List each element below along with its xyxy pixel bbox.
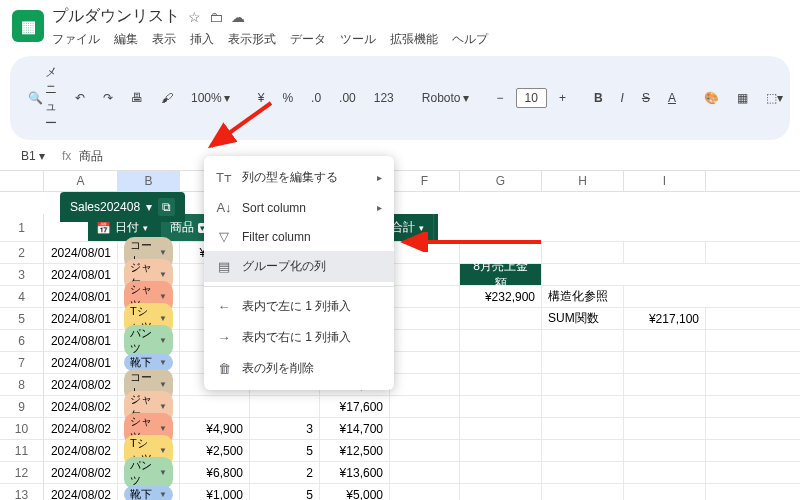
cell-amount[interactable]: ¥4,900 <box>180 418 250 439</box>
table-row: 3 2024/08/01 ジャケ...▼ ¥8,800 8月売上金額 <box>0 264 800 286</box>
menu-insert[interactable]: 挿入 <box>190 31 214 48</box>
table-chip[interactable]: Sales202408 ▾ ⧉ <box>60 192 185 222</box>
menu-tools[interactable]: ツール <box>340 31 376 48</box>
cell-date[interactable]: 2024/08/02 <box>44 396 118 417</box>
merge-button[interactable]: ⬚▾ <box>760 87 789 109</box>
folder-icon[interactable]: 🗀 <box>209 9 223 25</box>
cell-qty[interactable]: 5 <box>250 440 320 461</box>
cell-total[interactable]: ¥13,600 <box>320 462 390 483</box>
cell-date[interactable]: 2024/08/01 <box>44 264 118 285</box>
font-select[interactable]: Roboto ▾ <box>416 87 475 109</box>
row-head[interactable]: 9 <box>0 396 44 417</box>
cell-product[interactable]: 靴下▼ <box>118 484 180 500</box>
cell-qty[interactable]: 3 <box>250 418 320 439</box>
cell-date[interactable]: 2024/08/01 <box>44 352 118 373</box>
cell-qty[interactable]: 2 <box>250 462 320 483</box>
menu-data[interactable]: データ <box>290 31 326 48</box>
cell-date[interactable]: 2024/08/02 <box>44 484 118 500</box>
col-G[interactable]: G <box>460 171 542 191</box>
more-formats-button[interactable]: 123 <box>368 87 400 109</box>
italic-button[interactable]: I <box>615 87 630 109</box>
menu-group-column[interactable]: ▤グループ化の列 <box>204 251 394 282</box>
bold-button[interactable]: B <box>588 87 609 109</box>
menu-insert-right[interactable]: →表内で右に 1 列挿入 <box>204 322 394 353</box>
row-head[interactable]: 11 <box>0 440 44 461</box>
cell-amount[interactable]: ¥2,500 <box>180 440 250 461</box>
cell-date[interactable]: 2024/08/01 <box>44 308 118 329</box>
cell-qty[interactable]: 5 <box>250 484 320 500</box>
row-head[interactable]: 10 <box>0 418 44 439</box>
col-H[interactable]: H <box>542 171 624 191</box>
search-menu-button[interactable]: 🔍 メニュー <box>22 60 63 136</box>
cell-amount[interactable]: ¥1,000 <box>180 484 250 500</box>
cell-total[interactable]: ¥5,000 <box>320 484 390 500</box>
row-head[interactable]: 4 <box>0 286 44 307</box>
doc-title[interactable]: プルダウンリスト <box>52 6 180 27</box>
star-icon[interactable]: ☆ <box>188 9 201 25</box>
row-head[interactable]: 12 <box>0 462 44 483</box>
row-head[interactable]: 7 <box>0 352 44 373</box>
table-row: 9 2024/08/02 ジャケ...▼ ¥17,600 <box>0 396 800 418</box>
cell-date[interactable]: 2024/08/02 <box>44 462 118 483</box>
col-F[interactable]: F <box>390 171 460 191</box>
borders-button[interactable]: ▦ <box>731 87 754 109</box>
name-box[interactable]: B1 ▾ <box>12 146 54 166</box>
cell-total[interactable]: ¥12,500 <box>320 440 390 461</box>
redo-button[interactable]: ↷ <box>97 87 119 109</box>
table-row: 12 2024/08/02 パンツ▼ ¥6,800 2 ¥13,600 <box>0 462 800 484</box>
fill-color-button[interactable]: 🎨 <box>698 87 725 109</box>
side-value[interactable]: ¥217,100 <box>624 308 706 329</box>
menu-extensions[interactable]: 拡張機能 <box>390 31 438 48</box>
col-B[interactable]: B <box>118 171 180 191</box>
undo-button[interactable]: ↶ <box>69 87 91 109</box>
row-head-1[interactable]: 1 <box>0 214 44 241</box>
cell-date[interactable]: 2024/08/02 <box>44 418 118 439</box>
cell-date[interactable]: 2024/08/02 <box>44 440 118 461</box>
decrease-decimal-button[interactable]: .0 <box>305 87 327 109</box>
paint-format-button[interactable]: 🖌 <box>155 87 179 109</box>
cell-qty[interactable] <box>250 396 320 417</box>
menu-edit[interactable]: 編集 <box>114 31 138 48</box>
filter-icon: ▽ <box>216 229 232 244</box>
cell-date[interactable]: 2024/08/01 <box>44 330 118 351</box>
menu-file[interactable]: ファイル <box>52 31 100 48</box>
menu-help[interactable]: ヘルプ <box>452 31 488 48</box>
side-value[interactable]: ¥232,900 <box>460 286 542 307</box>
cell-amount[interactable]: ¥6,800 <box>180 462 250 483</box>
menu-sort-column[interactable]: A↓Sort column▸ <box>204 193 394 222</box>
cell-date[interactable]: 2024/08/01 <box>44 286 118 307</box>
font-size-input[interactable]: 10 <box>516 88 547 108</box>
cell-date[interactable]: 2024/08/02 <box>44 374 118 395</box>
formula-bar[interactable]: 商品 <box>79 148 103 165</box>
row-head[interactable]: 3 <box>0 264 44 285</box>
menu-filter-column[interactable]: ▽Filter column <box>204 222 394 251</box>
font-increase-button[interactable]: + <box>553 87 572 109</box>
menu-delete-column[interactable]: 🗑表の列を削除 <box>204 353 394 384</box>
text-color-button[interactable]: A <box>662 87 682 109</box>
cell-product[interactable]: パンツ▼ <box>118 330 180 351</box>
cell-date[interactable]: 2024/08/01 <box>44 242 118 263</box>
menu-edit-column-type[interactable]: Tᴛ列の型を編集する▸ <box>204 162 394 193</box>
menu-insert-left[interactable]: ←表内で左に 1 列挿入 <box>204 291 394 322</box>
row-head[interactable]: 2 <box>0 242 44 263</box>
cell-total[interactable]: ¥14,700 <box>320 418 390 439</box>
col-A[interactable]: A <box>44 171 118 191</box>
table-copy-icon[interactable]: ⧉ <box>158 198 175 216</box>
row-head[interactable]: 8 <box>0 374 44 395</box>
row-head[interactable]: 13 <box>0 484 44 500</box>
row-head[interactable]: 6 <box>0 330 44 351</box>
cell-total[interactable]: ¥17,600 <box>320 396 390 417</box>
select-all-corner[interactable] <box>0 171 44 191</box>
product-chip[interactable]: 靴下▼ <box>124 486 173 500</box>
font-decrease-button[interactable]: − <box>491 87 510 109</box>
strike-button[interactable]: S <box>636 87 656 109</box>
increase-decimal-button[interactable]: .00 <box>333 87 362 109</box>
col-I[interactable]: I <box>624 171 706 191</box>
menu-view[interactable]: 表示 <box>152 31 176 48</box>
row-head[interactable]: 5 <box>0 308 44 329</box>
cloud-icon[interactable]: ☁ <box>231 9 245 25</box>
cell-amount[interactable] <box>180 396 250 417</box>
print-button[interactable]: 🖶 <box>125 87 149 109</box>
menu-format[interactable]: 表示形式 <box>228 31 276 48</box>
cell-product[interactable]: パンツ▼ <box>118 462 180 483</box>
